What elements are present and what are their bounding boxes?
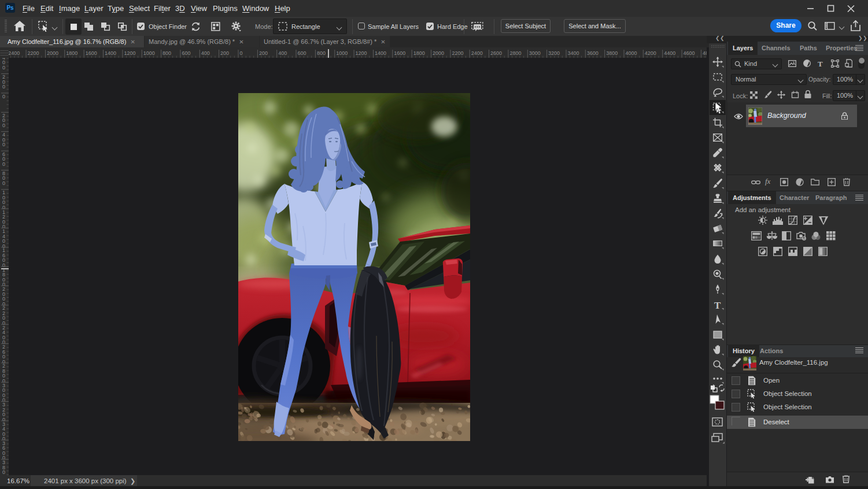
svg-text:1000: 1000: [336, 50, 348, 56]
svg-text:1800: 1800: [413, 50, 425, 56]
svg-text:2400: 2400: [8, 50, 20, 56]
svg-text:2600: 2600: [490, 50, 502, 56]
svg-text:0: 0: [2, 142, 5, 147]
svg-text:2000: 2000: [433, 50, 444, 56]
svg-text:600: 600: [298, 50, 306, 56]
svg-text:0: 0: [2, 161, 5, 167]
svg-text:400: 400: [201, 50, 210, 56]
svg-text:800: 800: [162, 50, 171, 56]
svg-text:1000: 1000: [143, 50, 155, 56]
svg-text:3400: 3400: [568, 50, 579, 56]
svg-text:0: 0: [240, 50, 243, 56]
svg-text:T: T: [714, 300, 721, 311]
svg-text:4200: 4200: [645, 50, 656, 56]
svg-text:0: 0: [2, 65, 5, 71]
svg-text:2200: 2200: [452, 50, 463, 56]
svg-text:2400: 2400: [471, 50, 483, 56]
svg-text:2200: 2200: [28, 50, 39, 56]
svg-text:400: 400: [278, 50, 287, 56]
svg-text:1600: 1600: [86, 50, 97, 56]
svg-text:200: 200: [220, 50, 229, 56]
svg-text:1400: 1400: [105, 50, 116, 56]
svg-text:0: 0: [2, 180, 5, 186]
svg-text:4000: 4000: [626, 50, 637, 56]
svg-text:3800: 3800: [606, 50, 618, 56]
svg-text:4800: 4800: [703, 50, 707, 56]
svg-text:0: 0: [2, 123, 5, 128]
svg-text:0: 0: [2, 84, 5, 90]
svg-text:3200: 3200: [548, 50, 560, 56]
svg-text:2000: 2000: [47, 50, 58, 56]
svg-text:0: 0: [2, 475, 5, 475]
svg-text:1800: 1800: [66, 50, 77, 56]
svg-text:3000: 3000: [529, 50, 541, 56]
svg-text:1600: 1600: [394, 50, 405, 56]
svg-text:1200: 1200: [356, 50, 367, 56]
svg-text:600: 600: [182, 50, 190, 56]
svg-text:1400: 1400: [375, 50, 386, 56]
svg-text:200: 200: [259, 50, 268, 56]
svg-text:2800: 2800: [509, 50, 521, 56]
svg-text:800: 800: [317, 50, 326, 56]
svg-text:3600: 3600: [587, 50, 599, 56]
svg-text:4400: 4400: [664, 50, 675, 56]
svg-text:1200: 1200: [124, 50, 135, 56]
svg-text:4600: 4600: [684, 50, 695, 56]
svg-text:0: 0: [2, 94, 5, 99]
